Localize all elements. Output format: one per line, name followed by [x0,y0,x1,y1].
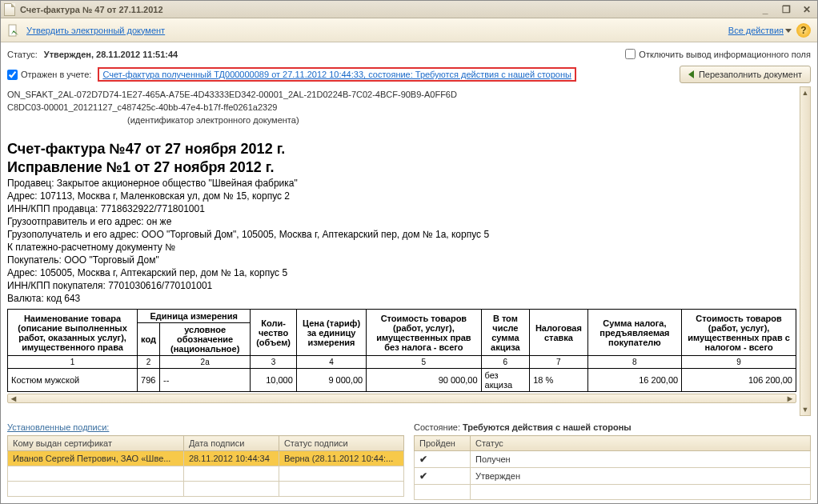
doc-title: Счет-фактура №47 от 27 ноября 2012 г. [7,141,796,158]
cell-excise: без акциза [481,369,530,392]
state-panel: Состояние: Требуются действия с нашей ст… [414,422,811,500]
status-label: Статус: [7,50,38,59]
table-row[interactable] [8,466,404,482]
document-body: Счет-фактура №47 от 27 ноября 2012 г. Ис… [7,141,796,403]
th-cost-with-tax: Стоимость товаров (работ, услуг), имущес… [682,310,796,356]
approve-link[interactable]: Утвердить электронный документ [26,26,165,35]
colnum: 7 [530,356,587,369]
cell-code: 796 [138,369,160,392]
document-area: ON_SFAKT_2AL-072D7D74-1E27-465A-A75E-4D4… [7,86,811,416]
cell-tax-sum: 16 200,00 [587,369,682,392]
refill-button[interactable]: Перезаполнить документ [680,66,811,83]
table-row[interactable]: ✔ Получен [415,451,811,468]
table-row[interactable]: Иванов Сергей Петрович, ЗАО «Шве... 28.1… [8,451,404,466]
colnum: 3 [251,356,296,369]
invoice-table: Наименование товара (описание выполненны… [7,309,796,392]
window-root: Счет-фактура № 47 от 27.11.2012 _ ❐ ✕ Ут… [0,0,818,504]
th-cert-to[interactable]: Кому выдан сертификат [8,436,184,451]
signatures-table: Кому выдан сертификат Дата подписи Стату… [7,435,404,497]
cell-cert-status: Верна (28.11.2012 10:44:... [279,451,403,466]
cell-qty: 10,000 [251,369,296,392]
disable-info-input[interactable] [625,49,636,59]
doc-line: ИНН/КПП покупателя: 7701030616/770101001 [7,280,796,291]
th-unit-code: код [138,323,160,356]
status-value: Утвержден, 28.11.2012 11:51:44 [44,50,178,59]
th-tax-sum: Сумма налога, предъявляемая покупателю [587,310,682,356]
doc-line: Грузополучатель и его адрес: ООО "Торгов… [7,229,796,240]
colnum: 8 [587,356,682,369]
th-passed[interactable]: Пройден [415,436,471,451]
lower-panels: Установленные подписи: Кому выдан сертиф… [7,416,811,500]
table-row[interactable] [415,485,811,500]
content: Статус: Утвержден, 28.11.2012 11:51:44 О… [1,42,817,503]
close-button[interactable]: ✕ [800,3,814,16]
doc-id-line-1: ON_SFAKT_2AL-072D7D74-1E27-465A-A75E-4D4… [7,90,796,99]
doc-line: Адрес: 105005, Москва г, Аптекарский пер… [7,267,796,278]
th-cert-status[interactable]: Статус подписи [279,436,403,451]
scroll-right-icon[interactable]: ► [784,394,796,402]
cell-cost-no-tax: 90 000,00 [367,369,481,392]
status-row: Статус: Утвержден, 28.11.2012 11:51:44 О… [7,49,811,59]
th-cost-no-tax: Стоимость товаров (работ, услуг), имущес… [367,310,481,356]
all-actions-button[interactable]: Все действия [728,26,792,35]
accounting-highlight-box: Счет-фактура полученный ТД000000089 от 2… [98,67,575,82]
th-cert-date[interactable]: Дата подписи [183,436,279,451]
check-icon: ✔ [419,454,427,465]
document-icon [4,3,15,16]
doc-line: ИНН/КПП продавца: 7718632922/771801001 [7,203,796,214]
cell-state-status: Утвержден [471,468,811,485]
arrow-left-icon [688,70,694,78]
state-label: Состояние: [414,422,460,432]
recorded-checkbox[interactable]: Отражен в учете: [7,70,91,80]
colnum: 2а [159,356,250,369]
signatures-title[interactable]: Установленные подписи: [7,422,404,432]
doc-line: Покупатель: ООО "Торговый Дом" [7,254,796,266]
cell-unit: -- [159,369,250,392]
maximize-button[interactable]: ❐ [779,3,793,16]
th-tax-rate: Налоговая ставка [530,310,587,356]
minimize-button[interactable]: _ [758,3,772,16]
table-row: Костюм мужской 796 -- 10,000 9 000,00 90… [8,369,796,392]
horizontal-scrollbar[interactable]: ◄ ► [7,394,796,403]
state-value: Требуются действия с нашей стороны [463,422,632,432]
svg-rect-0 [9,25,16,36]
cell-cert-to: Иванов Сергей Петрович, ЗАО «Шве... [8,451,184,466]
th-price: Цена (тариф) за единицу измерения [296,310,366,356]
th-name: Наименование товара (описание выполненны… [8,310,138,356]
doc-id-caption: (идентификатор электронного документа) [127,115,796,125]
vertical-scrollbar[interactable]: ▲ ▼ [800,86,811,416]
doc-line: К платежно-расчетному документу № [7,242,796,253]
th-unit-label: условное обозначение (национальное) [159,323,250,356]
disable-info-checkbox[interactable]: Отключить вывод информационного поля [625,49,811,59]
colnum: 9 [682,356,796,369]
cell-cost-with-tax: 106 200,00 [682,369,796,392]
scroll-down-icon[interactable]: ▼ [800,404,810,415]
doc-id-line-2: C8DC03-00001_20121127_c487425c-40bb-47e4… [7,102,796,112]
colnum: 6 [481,356,530,369]
cell-passed: ✔ [415,451,471,468]
table-row[interactable] [8,482,404,497]
check-icon: ✔ [419,470,427,482]
cell-name: Костюм мужской [8,369,138,392]
colnum: 5 [367,356,481,369]
state-row: Состояние: Требуются действия с нашей ст… [414,422,811,432]
table-row[interactable]: ✔ Утвержден [415,468,811,485]
help-icon[interactable]: ? [796,23,811,38]
th-unit: Единица измерения [138,310,251,323]
colnum: 4 [296,356,366,369]
scroll-up-icon[interactable]: ▲ [800,87,810,98]
accounting-link[interactable]: Счет-фактура полученный ТД000000089 от 2… [102,70,571,79]
cell-passed: ✔ [415,468,471,485]
window-title: Счет-фактура № 47 от 27.11.2012 [20,5,752,14]
recorded-input[interactable] [7,70,18,80]
doc-subtitle: Исправление №1 от 27 ноября 2012 г. [7,159,796,176]
titlebar: Счет-фактура № 47 от 27.11.2012 _ ❐ ✕ [1,1,817,18]
doc-line: Валюта: код 643 [7,293,796,304]
colnum: 1 [8,356,138,369]
chevron-down-icon [785,29,792,33]
cell-state-status: Получен [471,451,811,468]
cell-price: 9 000,00 [296,369,366,392]
cell-cert-date: 28.11.2012 10:44:34 [183,451,279,466]
scroll-left-icon[interactable]: ◄ [8,394,19,402]
th-state-status[interactable]: Статус [471,436,811,451]
